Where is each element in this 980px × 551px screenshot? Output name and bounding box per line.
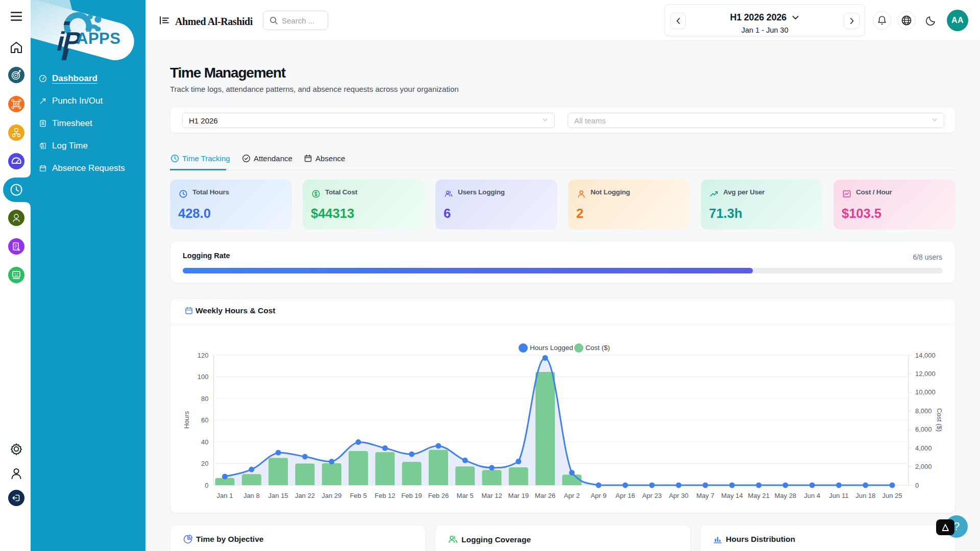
svg-text:Feb 19: Feb 19 [401, 492, 422, 499]
svg-text:Apr 9: Apr 9 [591, 492, 606, 499]
svg-text:6,000: 6,000 [915, 425, 932, 433]
svg-text:0: 0 [915, 482, 919, 489]
svg-text:Feb 5: Feb 5 [350, 492, 366, 499]
svg-text:Feb 26: Feb 26 [428, 492, 449, 499]
svg-text:Jun 18: Jun 18 [855, 492, 875, 499]
svg-text:8,000: 8,000 [915, 407, 932, 415]
svg-text:14,000: 14,000 [915, 352, 936, 359]
svg-text:120: 120 [198, 352, 209, 359]
svg-text:4,000: 4,000 [915, 444, 932, 452]
svg-text:Apr 2: Apr 2 [564, 492, 580, 499]
svg-text:Jan 1: Jan 1 [217, 492, 233, 499]
svg-text:APPS: APPS [77, 30, 120, 47]
svg-text:Jun 4: Jun 4 [804, 492, 820, 499]
svg-text:10,000: 10,000 [915, 388, 936, 396]
svg-text:Hours Logged: Hours Logged [530, 344, 573, 352]
svg-text:Jan 15: Jan 15 [268, 492, 288, 499]
svg-text:Cost ($): Cost ($) [936, 408, 943, 432]
svg-text:May 21: May 21 [748, 492, 770, 499]
svg-text:12,000: 12,000 [915, 370, 936, 378]
svg-text:Hours: Hours [183, 411, 190, 429]
svg-text:Jan 29: Jan 29 [322, 492, 341, 499]
svg-text:Mar 19: Mar 19 [508, 492, 529, 499]
svg-text:40: 40 [201, 438, 208, 446]
svg-text:20: 20 [201, 460, 208, 467]
svg-text:Jan 22: Jan 22 [295, 492, 315, 499]
svg-text:Jan 8: Jan 8 [243, 492, 260, 499]
svg-text:Jun 11: Jun 11 [829, 492, 848, 499]
svg-text:Apr 23: Apr 23 [642, 492, 662, 499]
svg-text:May 7: May 7 [696, 492, 714, 499]
svg-text:Mar 12: Mar 12 [481, 492, 502, 499]
svg-text:May 28: May 28 [774, 492, 796, 499]
svg-text:60: 60 [201, 416, 208, 424]
svg-text:Cost ($): Cost ($) [585, 344, 610, 352]
svg-text:Apr 30: Apr 30 [669, 492, 688, 499]
svg-text:2,000: 2,000 [915, 463, 932, 470]
svg-text:Mar 26: Mar 26 [535, 492, 555, 499]
svg-text:0: 0 [205, 482, 208, 489]
svg-text:Apr 16: Apr 16 [616, 492, 635, 499]
svg-text:Feb 12: Feb 12 [375, 492, 395, 499]
svg-text:100: 100 [198, 373, 209, 381]
svg-text:May 14: May 14 [721, 492, 743, 499]
svg-text:80: 80 [201, 395, 208, 403]
svg-text:Mar 5: Mar 5 [457, 492, 474, 499]
svg-text:Jun 25: Jun 25 [882, 492, 902, 499]
